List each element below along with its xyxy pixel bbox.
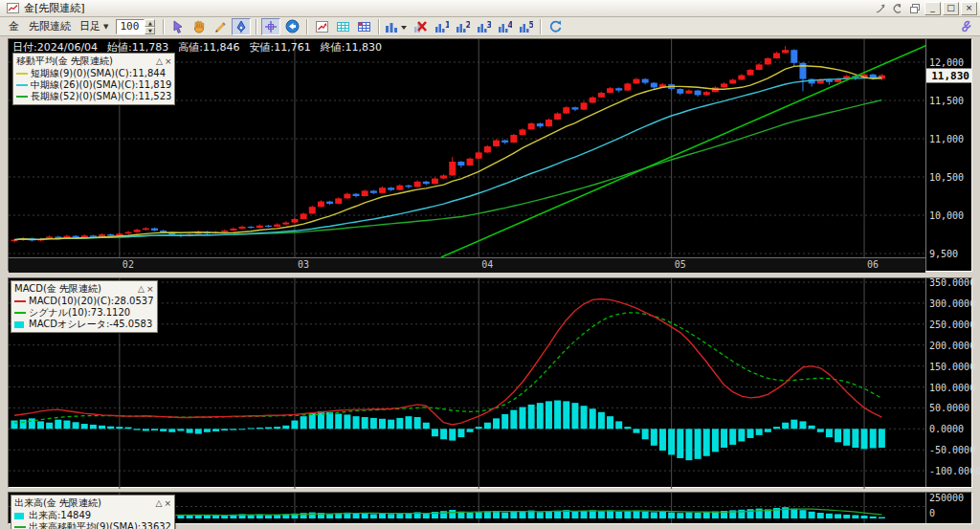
candle-body bbox=[695, 91, 702, 96]
macd-histogram-bar bbox=[756, 429, 763, 435]
legend-close-icon[interactable]: × bbox=[165, 56, 172, 66]
macd-histogram-bar bbox=[282, 426, 289, 430]
candle-body bbox=[607, 88, 613, 93]
volume-legend-title: 出来高(金 先限連続) bbox=[14, 496, 154, 510]
macd-histogram-bar bbox=[248, 428, 255, 429]
macd-legend[interactable]: MACD(金 先限連続)△× MACD(10)(20)(C):28.0537シグ… bbox=[11, 280, 158, 333]
candle-body bbox=[449, 162, 456, 175]
macd-histogram-bar bbox=[449, 429, 456, 440]
candle-body bbox=[344, 194, 350, 199]
volume-bar bbox=[326, 514, 333, 518]
crosshair-icon[interactable] bbox=[261, 18, 280, 35]
bar-count-spinner[interactable]: 100 ▲▼ bbox=[116, 19, 155, 34]
candle-body bbox=[546, 120, 552, 126]
legend-close-icon[interactable]: × bbox=[164, 498, 171, 508]
volume-bar bbox=[695, 513, 702, 518]
macd-histogram-bar bbox=[519, 408, 525, 430]
candle-body bbox=[248, 227, 255, 228]
macd-histogram-bar bbox=[168, 429, 175, 432]
new-chart-window-icon[interactable] bbox=[312, 18, 331, 35]
data-table-icon[interactable] bbox=[333, 18, 352, 35]
macd-histogram-bar bbox=[554, 401, 561, 430]
macd-histogram-bar bbox=[55, 420, 61, 430]
indicator-1-icon[interactable]: 1 bbox=[432, 18, 451, 35]
candle-body bbox=[563, 107, 569, 113]
toolbar: 金 先限連続 日足 ▼ 100 ▲▼ bbox=[0, 17, 980, 36]
scroll-latest-icon[interactable] bbox=[282, 18, 301, 35]
volume-bar bbox=[405, 514, 412, 518]
symbol-label[interactable]: 金 bbox=[9, 19, 19, 33]
candle-body bbox=[651, 83, 657, 88]
wrench-icon[interactable] bbox=[956, 18, 975, 35]
volume-legend[interactable]: 出来高(金 先限連続)△× 出来高:14849出来高移動平均(9)(SMA):3… bbox=[11, 495, 175, 529]
pencil-icon[interactable] bbox=[211, 18, 230, 35]
macd-histogram-bar bbox=[37, 421, 44, 429]
macd-histogram-bar bbox=[274, 427, 280, 429]
macd-panel[interactable]: MACD(金 先限連続)△× MACD(10)(20)(C):28.0537シグ… bbox=[8, 277, 972, 488]
macd-histogram-bar bbox=[423, 423, 430, 430]
hand-tool-icon[interactable] bbox=[189, 18, 209, 35]
reload-icon[interactable] bbox=[546, 18, 565, 35]
chart-type-dropdown-icon[interactable] bbox=[384, 18, 409, 35]
macd-histogram-bar bbox=[835, 429, 841, 442]
candle-body bbox=[143, 229, 149, 231]
macd-histogram-bar bbox=[134, 429, 141, 430]
macd-histogram-bar bbox=[107, 427, 114, 430]
trendline[interactable] bbox=[441, 44, 925, 257]
contract-label[interactable]: 先限連続 bbox=[29, 19, 71, 33]
legend-swatch bbox=[16, 80, 28, 90]
macd-histogram-bar bbox=[432, 429, 438, 436]
indicator-4-icon[interactable]: 4 bbox=[495, 18, 514, 35]
maximize-button[interactable]: □ bbox=[943, 2, 959, 15]
candle-body bbox=[309, 207, 316, 213]
macd-axis-label: 250.0000 bbox=[929, 319, 975, 329]
pin-icon[interactable] bbox=[873, 2, 888, 15]
bar-count-value[interactable]: 100 bbox=[116, 19, 145, 34]
volume-bar bbox=[799, 510, 806, 518]
spinner-down-icon[interactable]: ▼ bbox=[145, 27, 155, 34]
legend-close-icon[interactable]: × bbox=[146, 284, 154, 294]
month-label: 05 bbox=[675, 259, 686, 270]
candle-body bbox=[581, 102, 588, 109]
info-close: 終値:11,830 bbox=[321, 41, 382, 54]
pen-tool-icon[interactable] bbox=[232, 18, 251, 35]
minimize-button[interactable]: _ bbox=[924, 2, 941, 15]
indicator-5-icon[interactable]: 5 bbox=[516, 18, 535, 35]
spinner-up-icon[interactable]: ▲ bbox=[145, 19, 155, 27]
candle-body bbox=[90, 235, 97, 237]
price-chart-panel[interactable]: 日付:2024/06/04始値:11,783高値:11,846安値:11,761… bbox=[8, 38, 972, 272]
candle-body bbox=[256, 226, 263, 228]
macd-histogram-bar bbox=[388, 420, 394, 430]
legend-minimize-icon[interactable]: △ bbox=[156, 498, 163, 508]
grid-settings-icon[interactable] bbox=[354, 18, 373, 35]
macd-histogram-bar bbox=[20, 420, 27, 430]
macd-histogram-bar bbox=[326, 412, 333, 430]
macd-histogram-bar bbox=[590, 408, 596, 429]
macd-histogram-bar bbox=[291, 421, 298, 430]
last-price-tag: 11,830 bbox=[926, 68, 972, 82]
cascade-windows-icon[interactable] bbox=[907, 2, 923, 15]
volume-bar bbox=[861, 516, 868, 518]
candle-body bbox=[773, 53, 780, 58]
macd-histogram-bar bbox=[362, 417, 368, 429]
volume-panel[interactable]: 出来高(金 先限連続)△× 出来高:14849出来高移動平均(9)(SMA):3… bbox=[8, 492, 972, 524]
delete-indicator-icon[interactable] bbox=[411, 18, 430, 35]
price-axis: 12,00011,50011,00010,50010,0009,50011,83… bbox=[925, 39, 971, 271]
legend-minimize-icon[interactable]: △ bbox=[156, 56, 163, 66]
restore-link-icon[interactable] bbox=[890, 2, 905, 15]
month-label: 04 bbox=[481, 259, 493, 270]
select-cursor-icon[interactable] bbox=[168, 18, 188, 35]
period-dropdown[interactable]: 日足 ▼ bbox=[79, 19, 108, 33]
macd-histogram-bar bbox=[826, 429, 833, 437]
macd-axis-label: -50.0000 bbox=[929, 445, 975, 455]
macd-axis-label: 50.0000 bbox=[929, 403, 969, 413]
macd-histogram-bar bbox=[151, 429, 158, 430]
indicator-2-icon[interactable]: 2 bbox=[453, 18, 472, 35]
volume-bar bbox=[870, 517, 877, 518]
close-button[interactable]: × bbox=[961, 2, 977, 15]
indicator-3-icon[interactable]: 3 bbox=[474, 18, 493, 35]
legend-swatch bbox=[14, 297, 26, 306]
ma-legend[interactable]: 移動平均(金 先限連続)△× 短期線(9)(0)(SMA)(C):11,844中… bbox=[12, 53, 175, 105]
date-axis: 0203040506 bbox=[9, 257, 925, 273]
legend-minimize-icon[interactable]: △ bbox=[138, 284, 145, 294]
